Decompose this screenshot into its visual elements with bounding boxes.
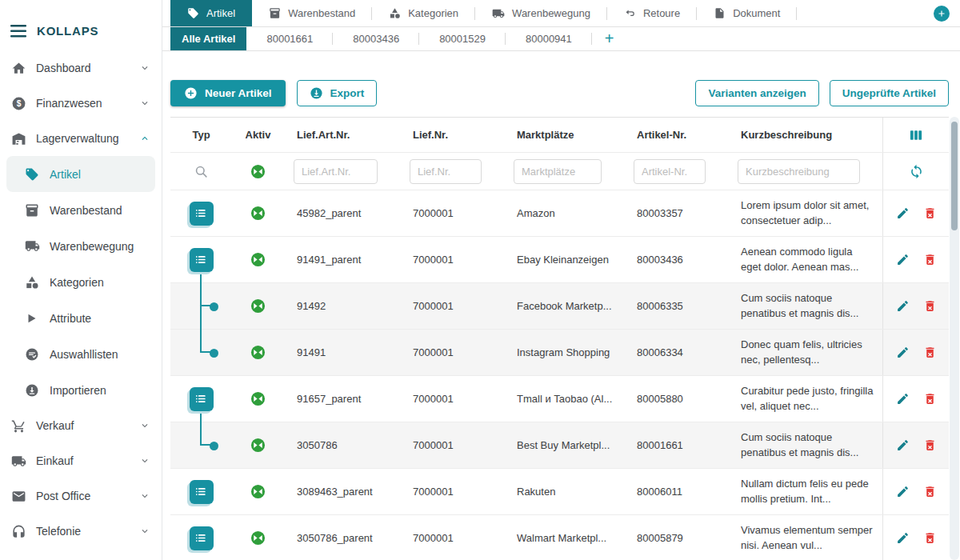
add-circle-icon [184,86,198,100]
delete-icon[interactable] [923,299,937,313]
active-status-icon [250,206,266,221]
search-icon [194,164,209,179]
varianten-anzeigen-button[interactable]: Varianten anzeigen [695,80,818,106]
marktplatz-cell: Rakuten [504,486,624,498]
sidebar-item-warenbestand[interactable]: Warenbestand [6,192,155,228]
add-tab-button[interactable] [934,6,950,22]
aktiv-cell[interactable] [232,330,284,375]
lief-art-nr-filter-input[interactable] [294,159,378,184]
sidebar-item-einkauf[interactable]: Einkauf [0,443,162,478]
expand-list-icon[interactable] [190,202,214,226]
sidebar-item-lagerverwaltung[interactable]: Lagerverwaltung [0,121,162,156]
sidebar-item-telefonie[interactable]: Telefonie [0,514,162,549]
sidebar-item-dashboard[interactable]: Dashboard [0,50,162,86]
logo-row: KOLLAPS [0,0,162,50]
lief-art-nr-cell: 91491 [284,346,400,358]
tab-warenbestand[interactable]: Warenbestand [252,0,372,26]
header-artikel-nr: Artikel-Nr. [624,129,728,141]
edit-icon[interactable] [896,346,910,359]
sidebar-item-finanzwesen[interactable]: $ Finanzwesen [0,86,162,121]
sidebar-item-verkauf[interactable]: Verkauf [0,408,162,443]
row-actions [882,237,949,282]
add-article-tab-button[interactable]: + [592,27,627,50]
tab-retoure[interactable]: Retoure [607,0,697,26]
aktiv-cell[interactable] [232,190,284,236]
tab-artikel[interactable]: Artikel [170,0,252,26]
sidebar-item-warenbewegung[interactable]: Warenbewegung [6,228,155,264]
tab-article-80000941[interactable]: 80000941 [506,27,592,50]
refresh-icon[interactable] [909,164,924,179]
expand-list-icon[interactable] [190,526,214,550]
tab-kategorien[interactable]: Kategorien [372,0,475,26]
app-window: KOLLAPS Dashboard $ Finanzwesen Lagerver… [0,0,960,560]
lief-nr-filter-input[interactable] [410,159,482,184]
aktiv-cell[interactable] [232,422,284,468]
lief-art-nr-cell: 91491_parent [284,254,400,266]
export-button[interactable]: Export [297,80,378,106]
tab-article-80001661[interactable]: 80001661 [246,27,333,50]
edit-icon[interactable] [896,299,910,313]
delete-icon[interactable] [923,531,937,545]
sidebar-item-auswahllisten[interactable]: Auswahllisten [6,336,155,372]
marktplaetze-filter-input[interactable] [514,159,602,184]
aktiv-cell[interactable] [232,515,284,560]
expand-list-icon[interactable] [190,387,214,411]
sidebar-item-importieren[interactable]: Importieren [6,372,155,408]
filter-aktiv-toggle[interactable] [232,153,284,190]
aktiv-cell[interactable] [232,376,284,422]
expand-list-icon[interactable] [190,248,214,272]
sidebar-item-post-office[interactable]: Post Office [0,478,162,514]
lief-art-nr-cell: 45982_parent [284,207,400,219]
chevron-down-icon [139,455,150,466]
edit-icon[interactable] [896,485,910,498]
sidebar-item-attribute[interactable]: Attribute [6,300,155,336]
tab-dokument[interactable]: Dokument [697,0,797,26]
tab-article-80003436[interactable]: 80003436 [333,27,419,50]
vertical-scrollbar-thumb[interactable] [951,122,958,230]
tab-article-80001529[interactable]: 80001529 [419,27,506,50]
header-lief-art-nr: Lief.Art.Nr. [284,129,400,141]
active-status-icon [250,252,266,267]
kurzbeschreibung-filter-input[interactable] [738,159,860,184]
sidebar-item-artikel[interactable]: Artikel [6,156,155,192]
delete-icon[interactable] [923,485,937,498]
kurzbeschreibung-cell: Curabitur pede justo, fringilla vel, ali… [728,384,882,413]
aktiv-cell[interactable] [232,283,284,329]
edit-icon[interactable] [896,253,910,266]
delete-icon[interactable] [923,438,937,452]
expand-list-icon[interactable] [190,480,214,504]
lief-nr-cell: 7000001 [400,532,504,544]
active-status-icon [250,438,266,453]
delete-icon[interactable] [923,392,937,406]
vertical-scrollbar-track[interactable] [950,117,959,560]
delete-icon[interactable] [923,206,937,220]
edit-icon[interactable] [896,531,910,545]
inventory-icon [24,203,40,218]
artikel-nr-filter-input[interactable] [634,159,706,184]
edit-icon[interactable] [896,206,910,220]
edit-icon[interactable] [896,438,910,452]
sidebar: KOLLAPS Dashboard $ Finanzwesen Lagerver… [0,0,162,560]
lief-art-nr-cell: 91657_parent [284,393,400,405]
table-row: 3050786 7000001 Best Buy Marketpl... 800… [170,422,949,469]
marktplatz-cell: Instagram Shopping [504,346,624,358]
edit-icon[interactable] [896,392,910,406]
columns-icon[interactable] [908,127,924,143]
header-aktiv: Aktiv [232,118,284,152]
delete-icon[interactable] [923,346,937,359]
truck-icon [24,238,40,254]
tab-alle-artikel[interactable]: Alle Artikel [170,27,246,50]
row-actions [882,515,949,560]
neuer-artikel-button[interactable]: Neuer Artikel [170,80,286,106]
delete-icon[interactable] [923,253,937,266]
tab-warenbewegung[interactable]: Warenbewegung [475,0,607,26]
aktiv-cell[interactable] [232,237,284,282]
menu-hamburger-icon[interactable] [10,25,26,38]
plus-icon [936,8,947,19]
table-row: 45982_parent 7000001 Amazon 80003357 Lor… [170,190,949,237]
sidebar-item-kategorien[interactable]: Kategorien [6,264,155,300]
ungepruefte-artikel-button[interactable]: Ungeprüfte Artikel [830,80,949,106]
aktiv-cell[interactable] [232,469,284,514]
typ-cell [170,376,232,422]
kurzbeschreibung-cell: Cum sociis natoque penatibus et magnis d… [728,430,882,459]
